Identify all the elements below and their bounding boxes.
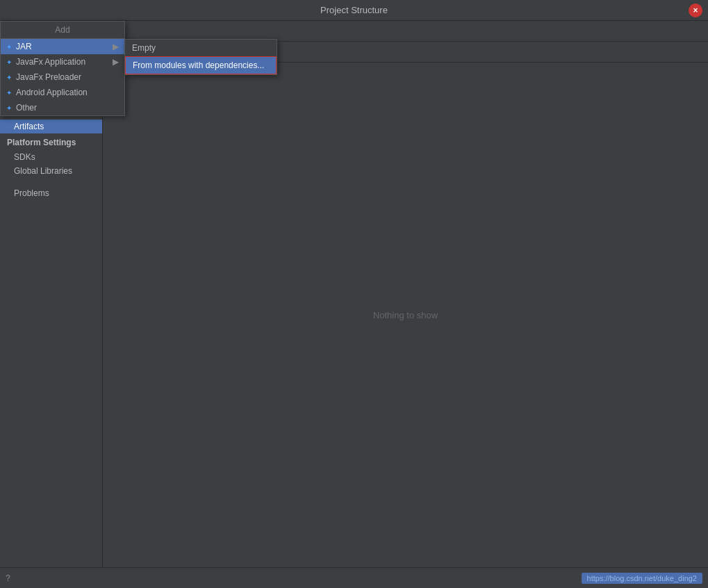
submenu-item-from-modules[interactable]: From modules with dependencies... bbox=[125, 56, 277, 74]
sidebar-item-global-libraries[interactable]: Global Libraries bbox=[0, 164, 102, 178]
add-menu-header: Add bbox=[1, 22, 124, 39]
menu-item-android-application[interactable]: ✦ Android Application bbox=[1, 85, 124, 100]
jar-icon: ✦ bbox=[6, 43, 12, 51]
menu-item-javafx-preloader-label: JavaFx Preloader bbox=[16, 72, 81, 82]
platform-settings-label: Platform Settings bbox=[0, 133, 102, 150]
outer-panel: + − 🗑 Add ✦ JAR ▶ Empty From modules wit… bbox=[103, 42, 708, 567]
sidebar: Project Settings Project Modules Librari… bbox=[0, 42, 103, 567]
close-button[interactable]: × bbox=[689, 3, 702, 17]
menu-item-javafx-application-label: JavaFx Application bbox=[16, 57, 85, 67]
menu-item-jar[interactable]: ✦ JAR ▶ Empty From modules with dependen… bbox=[1, 39, 124, 54]
menu-item-jar-label: JAR bbox=[16, 42, 32, 51]
javafx-app-icon: ✦ bbox=[6, 58, 12, 66]
empty-content-label: Nothing to show bbox=[373, 310, 438, 320]
status-bar: ? https://blog.csdn.net/duke_ding2 bbox=[0, 567, 708, 588]
window-title: Project Structure bbox=[320, 5, 388, 15]
submenu-item-empty[interactable]: Empty bbox=[125, 40, 277, 56]
help-icon[interactable]: ? bbox=[6, 573, 10, 583]
sidebar-item-sdks[interactable]: SDKs bbox=[0, 150, 102, 164]
jar-arrow-icon: ▶ bbox=[113, 42, 119, 51]
sidebar-item-problems[interactable]: Problems bbox=[0, 186, 102, 200]
menu-item-other-label: Other bbox=[16, 103, 37, 113]
menu-item-android-application-label: Android Application bbox=[16, 88, 88, 97]
menu-item-javafx-application[interactable]: ✦ JavaFx Application ▶ bbox=[1, 54, 124, 70]
menu-item-other[interactable]: ✦ Other bbox=[1, 100, 124, 115]
jar-submenu: Empty From modules with dependencies... bbox=[124, 39, 277, 75]
javafx-preloader-icon: ✦ bbox=[6, 74, 12, 81]
sidebar-item-artifacts[interactable]: Artifacts bbox=[0, 120, 102, 133]
menu-item-javafx-preloader[interactable]: ✦ JavaFx Preloader bbox=[1, 70, 124, 85]
content-area: Nothing to show bbox=[103, 63, 708, 567]
status-url: https://blog.csdn.net/duke_ding2 bbox=[582, 573, 702, 584]
add-dropdown-menu: Add ✦ JAR ▶ Empty From modules with depe… bbox=[0, 21, 125, 116]
other-icon: ✦ bbox=[6, 104, 12, 112]
javafx-app-arrow-icon: ▶ bbox=[113, 57, 119, 67]
title-bar: Project Structure × bbox=[0, 0, 708, 21]
toolbar: + − 🗑 Add ✦ JAR ▶ Empty From modules wit… bbox=[103, 42, 708, 63]
android-app-icon: ✦ bbox=[6, 89, 12, 97]
main-layout: Project Settings Project Modules Librari… bbox=[0, 42, 708, 567]
